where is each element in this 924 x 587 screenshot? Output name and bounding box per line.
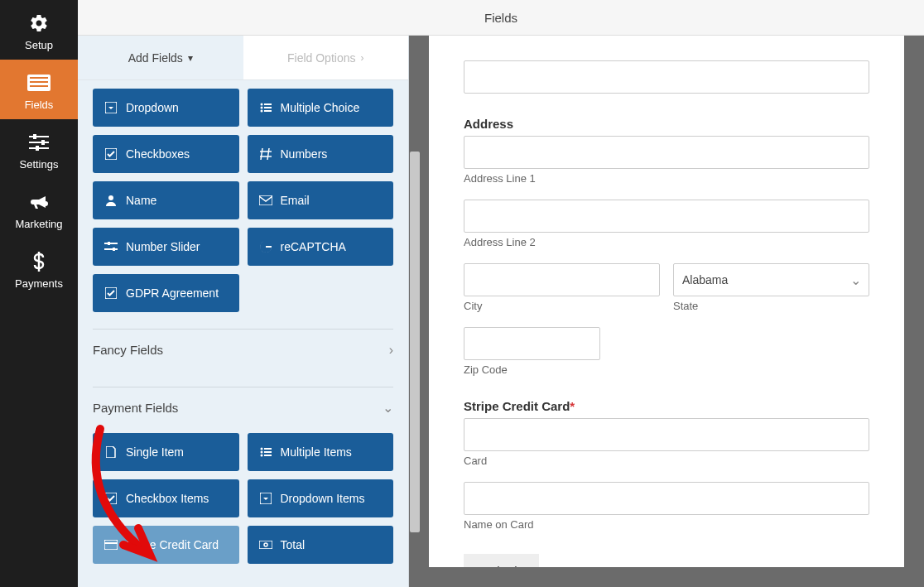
sliders-h-icon	[104, 240, 118, 253]
check-square-icon	[104, 286, 118, 300]
stripe-block: Stripe Credit Card* Card	[464, 399, 869, 467]
card-sub: Card	[464, 455, 869, 467]
chevron-down-icon: ⌄	[383, 400, 393, 416]
svg-rect-23	[113, 248, 115, 251]
bullhorn-icon	[29, 191, 49, 213]
field-dropdown[interactable]: Dropdown	[93, 89, 239, 127]
svg-rect-3	[30, 85, 48, 87]
svg-rect-2	[30, 81, 48, 83]
card-input[interactable]	[464, 418, 869, 451]
svg-point-13	[260, 107, 262, 109]
user-icon	[104, 194, 118, 207]
money-icon	[259, 538, 272, 551]
field-stripe-credit-card[interactable]: Stripe Credit Card	[93, 526, 239, 564]
svg-rect-14	[264, 107, 272, 108]
section-fancy-fields[interactable]: Fancy Fields ›	[93, 329, 393, 370]
zip-sub: Zip Code	[464, 363, 600, 376]
sidebar-label: Payments	[15, 277, 63, 290]
svg-point-27	[260, 451, 262, 454]
field-total[interactable]: Total	[248, 526, 394, 564]
field-name[interactable]: Name	[93, 181, 239, 219]
sliders-icon	[29, 132, 49, 153]
sidebar-label: Fields	[25, 99, 54, 111]
chevron-right-icon: ›	[389, 343, 393, 358]
svg-point-29	[260, 455, 262, 457]
svg-rect-7	[33, 134, 36, 139]
tab-field-options[interactable]: Field Options ›	[243, 36, 409, 79]
caret-square-icon	[259, 492, 272, 505]
caret-square-icon	[104, 101, 118, 114]
svg-rect-1	[30, 77, 48, 79]
svg-point-11	[260, 103, 262, 106]
city-sub: City	[464, 300, 660, 312]
state-sub: State	[673, 300, 869, 312]
list-icon	[259, 101, 272, 114]
address-line2-input[interactable]	[464, 200, 869, 233]
mail-icon	[259, 194, 272, 207]
svg-rect-30	[264, 455, 272, 456]
svg-point-18	[108, 195, 113, 200]
svg-point-36	[264, 543, 267, 546]
scrollbar[interactable]	[410, 152, 420, 532]
sidebar-item-payments[interactable]: Payments	[0, 238, 78, 298]
zip-input[interactable]	[464, 327, 600, 360]
field-single-item[interactable]: Single Item	[93, 433, 239, 471]
svg-rect-9	[36, 146, 39, 151]
address-line1-input[interactable]	[464, 136, 869, 169]
svg-rect-8	[41, 140, 45, 145]
chevron-down-icon: ▾	[188, 52, 193, 64]
fields-scroll[interactable]: Dropdown Multiple Choice Checkboxes Numb…	[78, 80, 408, 587]
sidebar-item-setup[interactable]: Setup	[0, 0, 78, 60]
sidebar-item-marketing[interactable]: Marketing	[0, 179, 78, 238]
section-payment-fields[interactable]: Payment Fields ⌄	[93, 387, 393, 428]
main-sidebar: Setup Fields Settings Marketing Payments	[0, 0, 78, 587]
check-square-icon	[104, 147, 118, 161]
sidebar-label: Setup	[25, 39, 53, 51]
svg-point-25	[260, 448, 262, 450]
fields-panel: Add Fields ▾ Field Options › Dropdown Mu…	[78, 36, 409, 587]
preview-input-top[interactable]	[464, 60, 869, 94]
stripe-label: Stripe Credit Card*	[464, 399, 869, 413]
tab-add-fields[interactable]: Add Fields ▾	[78, 36, 243, 79]
panel-tabs: Add Fields ▾ Field Options ›	[78, 36, 408, 80]
address-block: Address Address Line 1	[464, 117, 869, 185]
address-line2-sub: Address Line 2	[464, 236, 869, 248]
sidebar-item-fields[interactable]: Fields	[0, 60, 78, 119]
field-email[interactable]: Email	[248, 181, 394, 219]
field-gdpr[interactable]: GDPR Agreement	[93, 274, 239, 312]
name-on-card-input[interactable]	[464, 482, 869, 515]
field-number-slider[interactable]: Number Slider	[93, 228, 239, 266]
svg-rect-12	[264, 103, 272, 105]
city-input[interactable]	[464, 263, 660, 296]
dollar-icon	[32, 251, 46, 272]
google-icon	[259, 240, 272, 253]
svg-point-15	[260, 110, 262, 113]
body-split: Add Fields ▾ Field Options › Dropdown Mu…	[78, 36, 924, 587]
svg-rect-20	[104, 243, 118, 244]
field-dropdown-items[interactable]: Dropdown Items	[248, 479, 394, 517]
field-multiple-choice[interactable]: Multiple Choice	[248, 89, 394, 127]
svg-rect-33	[104, 540, 118, 550]
check-square-icon	[104, 492, 118, 505]
address-label: Address	[464, 117, 869, 131]
svg-rect-4	[29, 136, 49, 137]
hash-icon	[259, 147, 272, 161]
field-checkbox-items[interactable]: Checkbox Items	[93, 479, 239, 517]
sidebar-label: Marketing	[15, 218, 62, 230]
svg-rect-21	[104, 248, 118, 250]
field-multiple-items[interactable]: Multiple Items	[248, 433, 394, 471]
sidebar-item-settings[interactable]: Settings	[0, 119, 78, 179]
field-numbers[interactable]: Numbers	[248, 135, 394, 173]
list-icon	[259, 445, 272, 459]
svg-rect-28	[264, 451, 272, 453]
submit-button[interactable]: Submit	[464, 554, 539, 567]
state-select[interactable]	[673, 263, 869, 296]
field-checkboxes[interactable]: Checkboxes	[93, 135, 239, 173]
field-recaptcha[interactable]: reCAPTCHA	[248, 228, 394, 266]
card-icon	[104, 538, 118, 551]
gear-icon	[29, 12, 49, 34]
svg-rect-16	[264, 110, 272, 112]
name-on-card-sub: Name on Card	[464, 518, 869, 531]
svg-rect-35	[259, 541, 272, 549]
chevron-right-icon: ›	[360, 52, 363, 64]
